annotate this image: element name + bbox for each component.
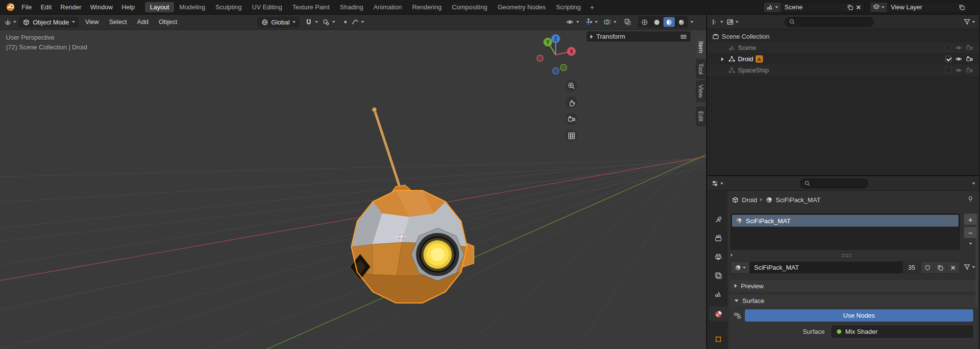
object-visibility-icon[interactable] <box>566 18 574 26</box>
workspace-tab-scripting[interactable]: Scripting <box>551 2 586 12</box>
workspace-tab-sculpting[interactable]: Sculpting <box>211 2 246 12</box>
tab-render-icon[interactable] <box>709 231 728 246</box>
eye-icon[interactable] <box>955 67 962 74</box>
tab-object-icon[interactable] <box>709 332 728 347</box>
surface-panel-header[interactable]: Surface <box>730 295 977 306</box>
scene-name[interactable]: Scene <box>781 3 847 11</box>
preview-panel-header[interactable]: Preview <box>730 280 977 292</box>
outliner-search[interactable] <box>784 17 874 27</box>
viewport-canvas[interactable]: User Perspective (72) Scene Collection |… <box>0 30 706 349</box>
new-scene-icon[interactable] <box>847 4 854 11</box>
shading-rendered-icon[interactable] <box>676 17 687 27</box>
tab-tool-icon[interactable] <box>709 212 728 227</box>
tab-tool[interactable]: Tool <box>696 59 706 79</box>
outliner-row-spaceship[interactable]: SpaceShip <box>707 65 979 76</box>
expand-arrow-icon[interactable] <box>721 57 724 61</box>
blender-logo-icon[interactable] <box>4 2 17 12</box>
workspace-tab-geometry-nodes[interactable]: Geometry Nodes <box>492 2 550 12</box>
properties-search-input[interactable] <box>813 180 864 187</box>
breadcrumb-material[interactable]: SciFiPack_MAT <box>776 196 821 204</box>
surface-shader-dropdown[interactable]: Mix Shader <box>832 326 973 338</box>
menu-help[interactable]: Help <box>117 0 139 14</box>
outliner-editor-type-button[interactable] <box>711 18 723 26</box>
selectability-checkbox[interactable] <box>945 56 952 62</box>
outliner-row-scene-collection[interactable]: Scene Collection <box>707 31 979 42</box>
falloff-curve-icon[interactable] <box>351 18 359 26</box>
tab-view-layer-icon[interactable] <box>709 268 728 283</box>
material-slot-item[interactable]: SciFiPack_MAT <box>732 215 958 227</box>
menu-object[interactable]: Object <box>155 15 181 29</box>
eye-icon[interactable] <box>955 44 962 51</box>
tab-scene-icon[interactable] <box>709 287 728 302</box>
snap-settings-chevron-icon[interactable] <box>315 21 318 23</box>
header-options-chevron-icon[interactable] <box>972 183 975 185</box>
datablock-filter-button[interactable] <box>963 263 975 271</box>
perspective-toggle-icon[interactable] <box>565 130 577 141</box>
tab-item[interactable]: Item <box>696 37 706 57</box>
transform-panel-header[interactable]: Transform <box>587 31 690 42</box>
fake-user-shield-icon[interactable] <box>921 262 934 273</box>
selectability-checkbox[interactable] <box>945 45 952 51</box>
unlink-material-icon[interactable] <box>947 262 959 273</box>
menu-render[interactable]: Render <box>56 0 86 14</box>
scrollbar[interactable] <box>976 214 978 307</box>
workspace-tab-shading[interactable]: Shading <box>335 2 368 12</box>
remove-slot-button[interactable]: − <box>964 227 977 238</box>
breadcrumb-object[interactable]: Droid <box>742 196 757 204</box>
menu-add[interactable]: Add <box>133 15 152 29</box>
snap-with-icon[interactable] <box>322 19 330 26</box>
workspace-tab-layout[interactable]: Layout <box>145 2 174 12</box>
editor-type-button[interactable] <box>4 18 16 26</box>
add-workspace-button[interactable]: + <box>586 2 598 12</box>
workspace-tab-texture-paint[interactable]: Texture Paint <box>288 2 335 12</box>
browse-view-layer-button[interactable] <box>870 2 887 12</box>
material-name-field[interactable]: SciFiPack_MAT <box>750 262 903 273</box>
tab-edit[interactable]: Edit <box>696 107 706 126</box>
pin-icon[interactable] <box>967 195 974 203</box>
zoom-icon[interactable] <box>565 80 577 92</box>
slot-specials-button[interactable] <box>964 240 977 248</box>
droid-model[interactable] <box>314 103 480 328</box>
list-resize-grip[interactable] <box>841 254 852 257</box>
new-view-layer-icon[interactable] <box>958 4 965 11</box>
workspace-tab-modeling[interactable]: Modeling <box>174 2 210 12</box>
pan-hand-icon[interactable] <box>565 96 577 108</box>
eye-icon[interactable] <box>955 55 962 63</box>
expand-arrow-icon[interactable] <box>731 254 733 256</box>
menu-view[interactable]: View <box>81 15 103 29</box>
transform-orientation-dropdown[interactable]: Global <box>257 17 300 28</box>
render-camera-icon[interactable] <box>966 67 973 74</box>
show-gizmos-icon[interactable] <box>585 18 592 26</box>
add-slot-button[interactable]: + <box>964 213 977 225</box>
workspace-tab-animation[interactable]: Animation <box>368 2 407 12</box>
xray-toggle-icon[interactable] <box>624 18 632 26</box>
outliner-row-scene[interactable]: Scene <box>707 42 979 53</box>
menu-edit[interactable]: Edit <box>36 0 56 14</box>
mode-dropdown[interactable]: Object Mode <box>19 17 79 28</box>
menu-file[interactable]: File <box>17 0 36 14</box>
properties-editor-type-button[interactable] <box>711 180 723 187</box>
shading-solid-icon[interactable] <box>651 17 662 27</box>
menu-select[interactable]: Select <box>105 15 131 29</box>
users-count-button[interactable]: 35 <box>903 262 921 273</box>
outliner-display-mode-button[interactable] <box>726 18 738 26</box>
navigation-gizmo[interactable]: Z Y X <box>536 32 577 75</box>
shading-material-preview-icon[interactable] <box>663 17 675 27</box>
camera-view-icon[interactable] <box>565 113 577 125</box>
use-nodes-button[interactable]: Use Nodes <box>745 309 973 322</box>
panel-menu-icon[interactable] <box>681 35 686 39</box>
show-overlays-icon[interactable] <box>603 18 611 26</box>
tab-view[interactable]: View <box>696 80 706 102</box>
tab-material-icon[interactable] <box>709 306 728 321</box>
new-material-icon[interactable] <box>934 262 947 273</box>
snap-magnet-icon[interactable] <box>305 18 313 26</box>
render-camera-icon[interactable] <box>966 55 973 63</box>
shading-options-chevron-icon[interactable] <box>690 21 693 23</box>
browse-scene-button[interactable] <box>764 2 781 12</box>
view-layer-name[interactable]: View Layer <box>887 3 958 11</box>
tab-output-icon[interactable] <box>709 250 728 264</box>
outliner-search-input[interactable] <box>798 19 869 25</box>
workspace-tab-uv-editing[interactable]: UV Editing <box>247 2 287 12</box>
properties-search[interactable] <box>800 179 868 188</box>
selectability-checkbox[interactable] <box>945 67 952 73</box>
